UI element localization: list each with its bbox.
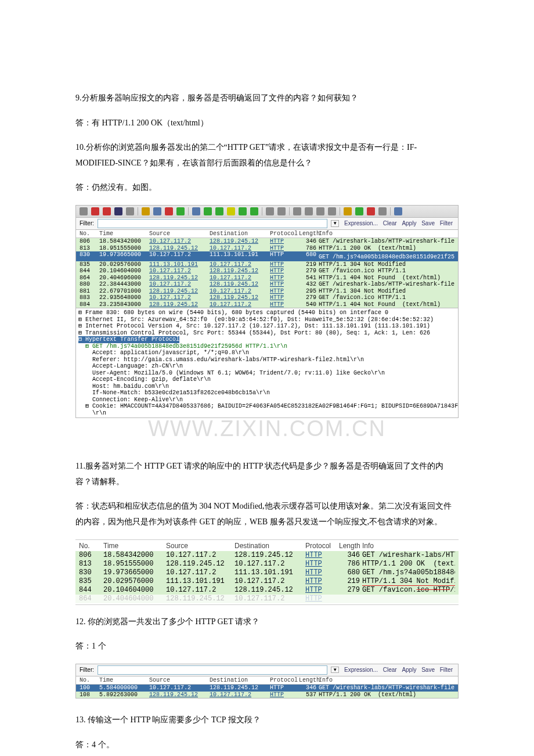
back-icon[interactable] — [204, 207, 212, 215]
help-icon[interactable] — [394, 207, 402, 215]
col-source[interactable]: Source — [149, 677, 210, 684]
packet-row[interactable]: 84420.10460400010.127.117.2128.119.245.1… — [75, 586, 459, 595]
col-info[interactable]: Info — [362, 542, 455, 550]
http-header-line[interactable]: Accept-Encoding: gzip, deflate\r\n — [78, 376, 456, 383]
columns-icon[interactable] — [266, 207, 274, 215]
col-length[interactable]: Length — [339, 542, 362, 550]
resize-icon[interactable] — [328, 207, 336, 215]
zoom-out-icon[interactable] — [305, 207, 313, 215]
filter-input[interactable] — [98, 219, 327, 228]
col-length[interactable]: Length — [299, 231, 319, 237]
col-no[interactable]: No. — [80, 231, 99, 237]
circle-outline-icon[interactable] — [80, 207, 88, 215]
zoom-fit-icon[interactable] — [316, 207, 324, 215]
zoom-in-icon[interactable] — [293, 207, 301, 215]
col-info[interactable]: Info — [319, 231, 454, 237]
http-header-line[interactable]: Accept-Language: zh-CN\r\n — [78, 363, 456, 370]
http-header-line[interactable]: Accept: application/javascript, */*;q=0.… — [78, 350, 456, 357]
filter-apply-link[interactable]: Apply — [402, 667, 416, 673]
detail-line[interactable]: ⊞ Transmission Control Protocol, Src Por… — [78, 330, 456, 337]
top-icon[interactable] — [250, 207, 258, 215]
col-no[interactable]: No. — [80, 677, 99, 684]
filter-clear-link[interactable]: Clear — [383, 220, 397, 226]
reload-icon[interactable] — [176, 207, 185, 215]
packet-row[interactable]: 84420.10460400010.127.117.2128.119.245.1… — [76, 268, 458, 275]
packet-row[interactable]: 83520.029576000111.13.101.19110.127.117.… — [75, 577, 459, 586]
col-source[interactable]: Source — [149, 231, 210, 237]
packet-row[interactable]: 88122.679701000128.119.245.1210.127.117.… — [76, 288, 458, 295]
filter-label: Filter: — [80, 667, 94, 674]
col-protocol[interactable]: Protocol — [270, 231, 299, 237]
http-get-line[interactable]: ⊞ GET /hm.js?4a005b18848edb3e8151d9e21f2… — [78, 343, 456, 350]
circle-record-icon[interactable] — [91, 207, 99, 215]
col-destination[interactable]: Destination — [210, 677, 270, 684]
col-time[interactable]: Time — [103, 542, 166, 550]
jump-icon[interactable] — [227, 207, 235, 215]
display-filters-icon[interactable] — [355, 207, 363, 215]
packet-row[interactable]: 88022.38444300010.127.117.2128.119.245.1… — [76, 281, 458, 288]
sheet-icon[interactable] — [126, 207, 134, 215]
detail-line[interactable]: ⊞ Internet Protocol Version 4, Src: 10.1… — [78, 323, 456, 330]
col-time[interactable]: Time — [99, 677, 149, 684]
packet-row[interactable]: 86420.404696000128.119.245.1210.127.117.… — [76, 275, 458, 282]
col-no[interactable]: No. — [79, 542, 103, 550]
packet-list[interactable]: 80618.58434200010.127.117.2128.119.245.1… — [76, 238, 458, 308]
go-to-icon[interactable] — [239, 207, 247, 215]
forward-icon[interactable] — [215, 207, 223, 215]
filter-expression-link[interactable]: Expression... — [344, 667, 378, 673]
col-destination[interactable]: Destination — [234, 542, 305, 550]
file-save-icon[interactable] — [153, 207, 161, 215]
filter-input[interactable] — [98, 665, 327, 675]
http-header-line[interactable]: Connection: Keep-Alive\r\n — [78, 397, 456, 404]
filter-save-link[interactable]: Save — [421, 667, 435, 673]
file-open-icon[interactable] — [142, 207, 150, 215]
autoscroll-icon[interactable] — [277, 207, 286, 215]
coloring-icon[interactable] — [367, 207, 375, 215]
packet-row[interactable]: 86420.404604000128.119.245.1210.127.117.… — [75, 595, 459, 603]
filter-dropdown-icon[interactable]: ▼ — [331, 220, 339, 226]
filter-filter-link[interactable]: Filter — [440, 220, 453, 226]
col-time[interactable]: Time — [99, 231, 149, 237]
packet-list[interactable]: 80618.58434200010.127.117.2128.119.245.1… — [75, 551, 459, 603]
http-header-line[interactable]: \r\n — [78, 410, 456, 417]
http-header-line[interactable]: Referer: http://gaia.cs.umass.edu/wiresh… — [78, 357, 456, 363]
col-info[interactable]: Info — [319, 677, 454, 684]
detail-line[interactable]: ⊞ Frame 830: 680 bytes on wire (5440 bit… — [78, 309, 456, 316]
col-destination[interactable]: Destination — [210, 231, 270, 237]
packet-row[interactable]: 83019.97366500010.127.117.2111.13.101.19… — [75, 568, 459, 577]
filter-filter-link[interactable]: Filter — [440, 667, 453, 673]
find-icon[interactable] — [192, 207, 200, 215]
close-x-icon[interactable] — [165, 207, 173, 215]
http-header-line[interactable]: Host: hm.baidu.com\r\n — [78, 383, 456, 390]
packet-row[interactable]: 1005.58400000010.127.117.2128.119.245.12… — [76, 685, 458, 692]
filter-dropdown-icon[interactable]: ▼ — [331, 667, 339, 673]
col-protocol[interactable]: Protocol — [305, 542, 339, 550]
packet-list[interactable]: 1005.58400000010.127.117.2128.119.245.12… — [76, 685, 458, 698]
stop-icon[interactable] — [114, 207, 122, 215]
col-source[interactable]: Source — [166, 542, 234, 550]
packet-row[interactable]: 81318.951555000128.119.245.1210.127.117.… — [75, 560, 459, 568]
prefs-icon[interactable] — [378, 207, 387, 215]
filter-clear-link[interactable]: Clear — [383, 667, 397, 673]
col-length[interactable]: Length — [299, 677, 319, 684]
packet-row[interactable]: 80618.58434200010.127.117.2128.119.245.1… — [75, 551, 459, 560]
packet-row[interactable]: 88322.93564800010.127.117.2128.119.245.1… — [76, 294, 458, 301]
packet-row[interactable]: 80618.58434200010.127.117.2128.119.245.1… — [76, 238, 458, 245]
packet-row[interactable]: 83520.029576000111.13.101.19110.127.117.… — [76, 261, 458, 268]
capture-filters-icon[interactable] — [344, 207, 352, 215]
http-header-line[interactable]: User-Agent: Mozilla/5.0 (Windows NT 6.1;… — [78, 370, 456, 377]
packet-row[interactable]: 88423.235843000128.119.245.1210.127.117.… — [76, 301, 458, 308]
packet-details-pane[interactable]: ⊞ Frame 830: 680 bytes on wire (5440 bit… — [76, 308, 458, 417]
detail-line[interactable]: ⊞ Ethernet II, Src: Azurewav_64:52:f0 (e… — [78, 316, 456, 323]
http-header-line[interactable]: ⊞ Cookie: HMACCOUNT=4A347D8405337686; BA… — [78, 403, 456, 410]
pencil-icon[interactable] — [103, 207, 111, 215]
filter-apply-link[interactable]: Apply — [402, 220, 416, 226]
http-header-line[interactable]: If-None-Match: b533e0cd2e1a513f8262ce048… — [78, 390, 456, 397]
col-protocol[interactable]: Protocol — [270, 677, 299, 684]
packet-row[interactable]: 83019.97366500010.127.117.2111.13.101.19… — [76, 251, 458, 261]
packet-row[interactable]: 81318.951555000128.119.245.1210.127.117.… — [76, 245, 458, 252]
packet-row[interactable]: 1085.892263000128.119.245.1210.127.117.2… — [76, 692, 458, 699]
http-protocol-header[interactable]: ⊟ Hypertext Transfer Protocol — [78, 336, 179, 343]
filter-expression-link[interactable]: Expression... — [344, 220, 378, 226]
filter-save-link[interactable]: Save — [421, 220, 435, 226]
